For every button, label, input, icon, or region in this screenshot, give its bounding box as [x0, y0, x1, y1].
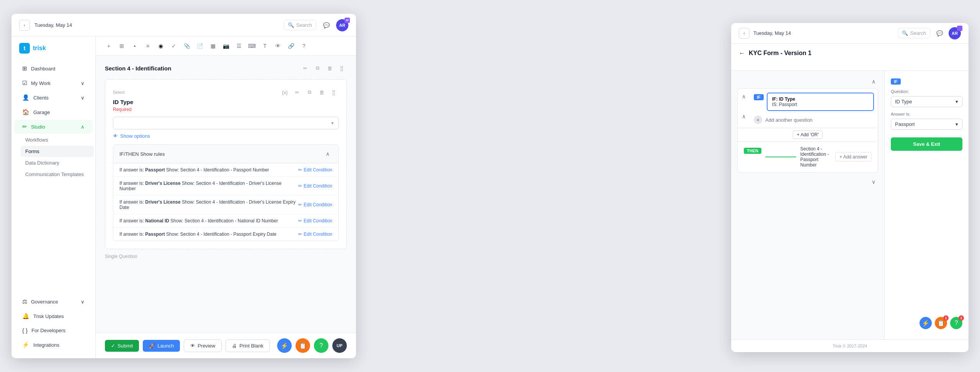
eye-icon: 👁 [113, 133, 118, 139]
toolbar-doc-btn[interactable]: 📄 [194, 41, 205, 51]
kyc-title-row: ← KYC Form - Version 1 [739, 50, 961, 57]
toolbar-link-btn[interactable]: 🔗 [286, 41, 296, 51]
qcard-copy-btn[interactable]: ⧉ [304, 87, 314, 97]
sidebar-item-comm-templates[interactable]: Communication Templates [21, 169, 94, 180]
toolbar-keyboard-btn[interactable]: ⌨ [247, 41, 257, 51]
sidebar-item-for-developers[interactable]: { } For Developers [15, 324, 92, 337]
back-arrow-icon: ← [739, 50, 745, 57]
save-exit-button[interactable]: Save & Exit [891, 137, 962, 151]
toolbar-help-btn[interactable]: ? [299, 41, 309, 51]
section-title: Section 4 - Identification [105, 65, 171, 72]
collapse-if-btn[interactable]: ∧ [739, 92, 748, 101]
sidebar-label-governance: Governance [31, 299, 58, 305]
panel-question-value: ID Type [895, 99, 912, 104]
chat-icon-btn[interactable]: 💬 [321, 20, 332, 31]
section-drag-btn[interactable]: ⣿ [337, 63, 347, 73]
sec-fab-blue-btn[interactable]: ⚡ [920, 317, 932, 329]
back-button[interactable]: ‹ [19, 20, 30, 31]
fab-green-btn[interactable]: ? [314, 338, 328, 353]
sidebar-item-garage[interactable]: 🏠 Garage [15, 105, 92, 119]
avatar-initials: AR [339, 23, 345, 28]
sec-fab-green-btn[interactable]: ? 1 [950, 317, 962, 329]
edit-condition-btn-4[interactable]: ✏ Edit Condition [298, 232, 332, 237]
collapse-if2-btn[interactable]: ∧ [739, 112, 748, 121]
sec-avatar[interactable]: AR [949, 27, 961, 39]
submit-button[interactable]: ✓ Submit [105, 340, 139, 352]
nav-item-left-studio: ✏ Studio [22, 123, 45, 130]
question-type-label: ID Type [113, 99, 339, 105]
collapse-top-btn[interactable]: ∧ [869, 77, 878, 86]
toolbar-attach-btn[interactable]: 📎 [181, 41, 192, 51]
sidebar-label-integrations: Integrations [33, 342, 59, 348]
sec-chat-icon-btn[interactable]: 💬 [934, 28, 945, 39]
toolbar-list-btn[interactable]: ≡ [142, 41, 153, 51]
fab-up-btn[interactable]: UP [332, 338, 347, 353]
sidebar-item-governance[interactable]: ⚖ Governance ∨ [15, 295, 92, 308]
qcard-edit-btn[interactable]: ✏ [292, 87, 302, 97]
ifthen-collapse-btn[interactable]: ∧ [323, 149, 332, 158]
edit-condition-btn-1[interactable]: ✏ Edit Condition [298, 183, 332, 189]
sec-search-box[interactable]: 🔍 Search [898, 28, 930, 38]
avatar[interactable]: AR AI [336, 19, 348, 31]
edit-condition-btn-0[interactable]: ✏ Edit Condition [298, 167, 332, 173]
toolbar-align-btn[interactable]: ☰ [234, 41, 244, 51]
toolbar-check-btn[interactable]: ✓ [168, 41, 179, 51]
sidebar-label-clients: Clients [33, 95, 49, 101]
toolbar-eye-btn[interactable]: 👁 [273, 41, 283, 51]
logo-text: trisk [33, 45, 46, 52]
qcard-drag-btn[interactable]: ⣿ [329, 87, 339, 97]
toolbar-circle-btn[interactable]: ◉ [155, 41, 166, 51]
select-box[interactable]: ▾ [113, 117, 339, 129]
show-options-btn[interactable]: 👁 Show options [113, 133, 339, 139]
fab-orange-btn[interactable]: 📋 [296, 338, 310, 353]
add-or-button[interactable]: + Add 'OR' [793, 131, 823, 139]
preview-button[interactable]: 👁 Preview [184, 339, 222, 352]
sec-ai-badge [957, 26, 962, 31]
sidebar-item-forms[interactable]: Forms [21, 146, 94, 157]
main-topbar: ‹ Tuesday, May 14 🔍 Search 💬 AR AI [11, 14, 356, 37]
sidebar-item-my-work[interactable]: ☑ My Work ∨ [15, 76, 92, 90]
edit-condition-btn-3[interactable]: ✏ Edit Condition [298, 218, 332, 224]
main-content: + ⊞ ▪ ≡ ◉ ✓ 📎 📄 ▦ 📷 ☰ ⌨ T 👁 🔗 ? Se [96, 37, 356, 358]
panel-answer-select[interactable]: Passport ▾ [891, 119, 962, 130]
toolbar-add-btn[interactable]: + [103, 41, 114, 51]
add-answer-button[interactable]: + Add answer [835, 152, 872, 162]
panel-question-select[interactable]: ID Type ▾ [891, 96, 962, 107]
submit-label: Submit [118, 343, 133, 349]
sidebar-item-integrations[interactable]: ⚡ Integrations [15, 338, 92, 352]
sidebar-label-updates: Trisk Updates [33, 313, 64, 319]
ifthen-row-0: If answer is: Passport Show: Section 4 -… [113, 163, 338, 177]
sidebar-item-workflows[interactable]: Workflows [21, 134, 94, 145]
chevron-up-icon-studio: ∧ [81, 124, 85, 130]
section-copy-btn[interactable]: ⧉ [312, 63, 322, 73]
collapse-bottom-btn[interactable]: ∨ [869, 177, 878, 186]
then-value: Section 4 - Identification - Passport Nu… [800, 146, 831, 168]
sidebar-item-data-dictionary[interactable]: Data Dictionary [21, 157, 94, 168]
sec-back-button[interactable]: ‹ [739, 28, 750, 39]
question-card-actions: {x} ✏ ⧉ 🗑 ⣿ [280, 87, 339, 97]
sec-fab-orange-btn[interactable]: 📋 1 [935, 317, 947, 329]
ifthen-rule-text-3: If answer is: National ID Show: Section … [119, 218, 278, 224]
edit-condition-btn-2[interactable]: ✏ Edit Condition [298, 202, 332, 207]
ifthen-row-4: If answer is: Passport Show: Section 4 -… [113, 228, 338, 241]
section-editor: Section 4 - Identification ✏ ⧉ 🗑 ⣿ Selec… [96, 55, 356, 333]
section-edit-btn[interactable]: ✏ [300, 63, 310, 73]
sidebar-item-clients[interactable]: 👤 Clients ∨ [15, 91, 92, 104]
toolbar-text-btn[interactable]: T [260, 41, 270, 51]
print-blank-label: Print Blank [239, 343, 263, 349]
toolbar-square-btn[interactable]: ▪ [129, 41, 140, 51]
section-delete-btn[interactable]: 🗑 [325, 63, 335, 73]
search-box[interactable]: 🔍 Search [284, 20, 316, 30]
launch-button[interactable]: 🚀 Launch [143, 340, 180, 352]
fab-blue-btn[interactable]: ⚡ [277, 338, 292, 353]
sidebar-item-studio[interactable]: ✏ Studio ∧ [15, 120, 92, 134]
toolbar-camera-btn[interactable]: 📷 [220, 41, 231, 51]
sidebar-item-dashboard[interactable]: ⊞ Dashboard [15, 62, 92, 75]
toolbar-table-btn[interactable]: ▦ [207, 41, 218, 51]
qcard-variable-btn[interactable]: {x} [280, 87, 290, 97]
toolbar-grid-btn[interactable]: ⊞ [116, 41, 127, 51]
add-question-circle[interactable]: + [754, 116, 762, 124]
sidebar-item-trisk-updates[interactable]: 🔔 Trisk Updates [15, 309, 92, 323]
print-blank-button[interactable]: 🖨 Print Blank [225, 339, 270, 352]
qcard-delete-btn[interactable]: 🗑 [317, 87, 327, 97]
